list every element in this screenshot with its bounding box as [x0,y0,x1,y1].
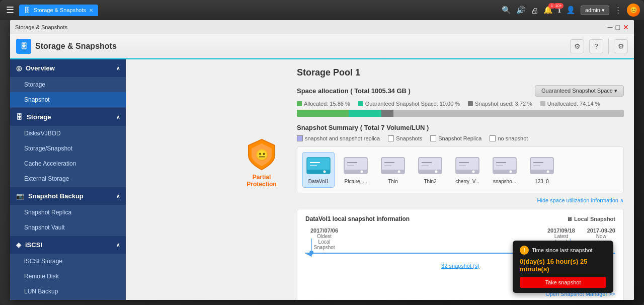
timeline-oldest-label: 2017/07/06 OldestLocalSnapshot [310,227,338,250]
snapshot-backup-icon: 📷 [16,192,24,200]
tab-close-button[interactable]: ✕ [89,8,93,13]
snapshot-used-segment [381,110,393,117]
volume-name-label: 123_0 [535,179,549,184]
allocated-segment [297,110,349,117]
user-icon[interactable]: 👤 [566,6,576,15]
sidebar-item-lun-backup[interactable]: LUN Backup [10,284,126,299]
content-inner: Storage Pool 1 Space allocation ( Total … [126,59,634,300]
sidebar-iscsi-section[interactable]: ◈ iSCSI ∧ [10,236,126,254]
volume-item[interactable]: Thin [377,152,409,188]
app-logo-icon: 🗄 [16,39,31,54]
timeline-count-label[interactable]: 32 snapshot (s) [441,263,479,269]
sidebar-item-storage[interactable]: Storage [10,77,126,92]
volume-item[interactable]: DataVol1 [302,152,335,188]
app-header: 🗄 Storage & Snapshots ⚙ ? ⚙ [10,34,634,59]
guaranteed-color-dot [358,101,363,106]
more-icon[interactable]: ⋮ [614,6,622,15]
hide-space-link[interactable]: Hide space utilization information ∧ [297,197,624,204]
volume-drive-icon [343,156,368,177]
sidebar-item-remote-disk[interactable]: Remote Disk [10,269,126,284]
sidebar-item-snapshot[interactable]: Snapshot [10,92,126,107]
snapshot-used-color-dot [468,101,473,106]
sidebar-snapshot-backup-section[interactable]: 📷 Snapshot Backup ∧ [10,187,126,205]
legend-row: Allocated: 15.86 % Guaranteed Snapshot S… [297,101,624,107]
snap-replica-label: Snapshot Replica [438,135,481,141]
progress-bar [297,110,624,117]
sidebar-item-disks[interactable]: Disks/VJBOD [10,126,126,141]
tooltip-time: 0(day(s) 16 hour(s) 25 minute(s) [520,258,606,273]
sidebar-iscsi-label: iSCSI [25,241,42,249]
now-desc: Now [587,234,615,239]
admin-button[interactable]: admin ▾ [581,6,609,15]
close-button[interactable]: ✕ [623,23,629,31]
guaranteed-snapshot-space-button[interactable]: Guaranteed Snapshot Space ▾ [535,85,624,97]
header-separator [608,39,609,54]
volume-item[interactable]: 123_0 [526,152,558,188]
sidebar-item-iscsi-storage[interactable]: iSCSI Storage [10,254,126,269]
window-titlebar: Storage & Snapshots ─ □ ✕ [10,20,634,34]
minimize-button[interactable]: ─ [608,23,613,31]
unallocated-segment [393,110,624,117]
storage-section-icon: 🗄 [16,113,23,121]
snapshot-vault-label: Snapshot Vault [24,224,65,231]
snapshot-info-panel: DataVol1 local snapshot information 🖥 Lo… [297,209,624,300]
svg-point-13 [398,171,400,173]
maximize-button[interactable]: □ [616,23,620,31]
shield-icon: 😐 [247,137,277,171]
sidebar-item-overview[interactable]: ◎ Overview ∧ [10,59,126,77]
guaranteed-label: Guaranteed Snapshot Space: 10.00 % [365,101,460,107]
svg-rect-7 [344,170,367,174]
volume-item[interactable]: Thin2 [414,152,446,188]
window-controls: ─ □ ✕ [608,23,629,31]
snap-check-all [297,135,303,141]
partial-protection-label: Partial Protection [247,174,276,188]
volume-item[interactable]: snapsho... [489,152,521,188]
warning-icon: ! [520,246,529,255]
take-snapshot-button[interactable]: Take snapshot [520,277,606,288]
menu-icon[interactable]: ☰ [4,3,16,18]
sidebar-item-cache[interactable]: Cache Acceleration [10,156,126,171]
volume-item[interactable]: cherry_V... [451,152,484,188]
snapshot-replica-label: Snapshot Replica [24,209,71,216]
info-icon[interactable]: ℹ10+ [558,6,561,15]
volumes-grid: DataVol1Picture_...ThinThin2cherry_V...s… [297,146,624,193]
legend-unallocated: Unallocated: 74.14 % [540,101,600,107]
partial-line2: Protection [247,181,276,188]
volume-item[interactable]: Picture_... [340,152,372,188]
storage-nav-label: Storage [24,81,45,88]
info-badge: 10+ [553,3,564,9]
snap-snapshots-label: Snapshots [396,135,422,141]
system-settings-button[interactable]: ⚙ [614,39,628,53]
svg-rect-2 [307,170,330,174]
svg-point-33 [547,171,549,173]
settings-gear-button[interactable]: ⚙ [570,39,584,53]
svg-point-28 [510,171,512,173]
volume-name-label: snapsho... [493,179,516,184]
sidebar-overview-label: Overview [26,64,55,72]
volume-name-label: Picture_... [344,179,367,184]
partial-protection-badge: 😐 Partial Protection [247,137,277,188]
sidebar: ◎ Overview ∧ Storage Snapshot 🗄 Storage [10,59,126,300]
volume-name-label: cherry_V... [455,179,479,184]
lun-backup-label: LUN Backup [24,288,58,295]
app-title: Storage & Snapshots [35,42,117,51]
taskbar: ☰ 🗄 Storage & Snapshots ✕ 🔍 🔊 🖨 🔔1 ℹ10+ … [0,0,644,20]
tab-storage-snapshots[interactable]: 🗄 Storage & Snapshots ✕ [19,5,98,16]
sidebar-item-snapshot-replica[interactable]: Snapshot Replica [10,205,126,220]
legend-guaranteed: Guaranteed Snapshot Space: 10.00 % [358,101,460,107]
snapshot-used-label: Snapshot used: 3.72 % [475,101,532,107]
timeline-now-label: 2017-09-20 Now [587,227,615,239]
sidebar-item-external[interactable]: External Storage [10,171,126,186]
search-icon[interactable]: 🔍 [502,6,511,15]
printer-icon[interactable]: 🖨 [531,6,538,15]
volume-icon[interactable]: 🔊 [516,6,526,15]
snap-legend-snapshots: Snapshots [388,135,422,141]
app-window: Storage & Snapshots ─ □ ✕ 🗄 Storage & Sn… [10,20,634,300]
help-button[interactable]: ? [589,39,603,53]
snap-all-label: snapshot and snapshot replica [305,135,380,141]
sidebar-item-storage-snapshot[interactable]: Storage/Snapshot [10,141,126,156]
main-content: ◎ Overview ∧ Storage Snapshot 🗄 Storage [10,59,634,300]
sidebar-item-snapshot-vault[interactable]: Snapshot Vault [10,220,126,235]
sidebar-storage-section[interactable]: 🗄 Storage ∧ [10,108,126,126]
notification-icon[interactable]: 🔔1 [543,6,553,15]
